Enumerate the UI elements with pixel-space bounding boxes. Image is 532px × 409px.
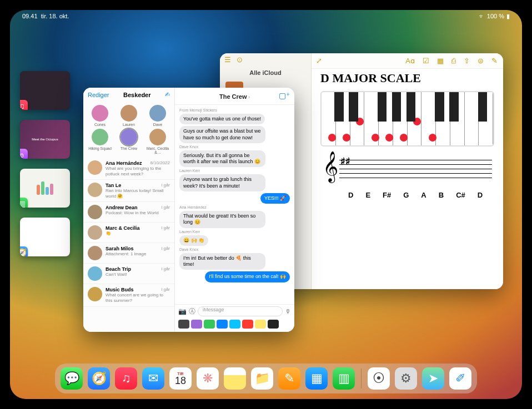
status-date: tir. 18. okt. <box>41 13 69 19</box>
dock-calendar[interactable]: TIR18 <box>169 367 192 390</box>
appchip-music[interactable] <box>242 320 253 329</box>
dock-safari[interactable]: 🧭 <box>88 367 110 390</box>
pinned-conversation[interactable]: Cones <box>87 105 113 127</box>
treble-clef-icon: 𝄞 <box>323 151 338 183</box>
edit-button[interactable]: Rediger <box>88 92 109 98</box>
conversation-row[interactable]: Andrew Deani gårPodcast: Wow in the Worl… <box>83 202 174 223</box>
appchip-fitness[interactable] <box>204 320 215 329</box>
thread-header[interactable]: The Crew › ▢⁺ <box>175 88 294 105</box>
stage-item-numbers[interactable]: ▥ <box>20 169 70 208</box>
message-sender: Ana Hernández <box>179 205 290 209</box>
conversation-row[interactable]: Music Budsi gårWhat concert are we going… <box>83 284 174 306</box>
notes-folder-title: Alle iCloud <box>220 66 311 79</box>
message-bubble[interactable]: I'll find us some time on the cal! 🙌 <box>205 271 290 282</box>
message-sender: Lauren Kerr <box>179 230 290 234</box>
chat-name: The Crew <box>219 93 247 100</box>
note-letter: A <box>421 191 426 199</box>
note-letter: G <box>403 191 409 199</box>
facetime-icon[interactable]: ▢⁺ <box>279 91 290 100</box>
conversation-row[interactable]: Tan Lei gårRan into Marcus today! Small … <box>83 180 174 202</box>
music-staff: 𝄞 ♯♯ <box>320 152 494 191</box>
text-style-button[interactable]: Aɑ <box>405 57 415 65</box>
pinned-conversation[interactable]: Marc, Cecilia &… <box>144 129 171 154</box>
appchip-store[interactable] <box>178 320 189 329</box>
note-letter: C# <box>456 191 465 199</box>
dock-photos[interactable]: ❋ <box>197 367 219 390</box>
dock-keynote[interactable]: ▦ <box>305 367 328 390</box>
note-title: D MAJOR SCALE <box>320 71 494 85</box>
dictate-icon[interactable]: 🎙 <box>285 308 291 315</box>
dock-messages[interactable]: 💬 <box>61 367 83 390</box>
note-letter: E <box>365 191 370 199</box>
message-bubble[interactable]: Anyone want to grab lunch this week? It'… <box>179 174 265 191</box>
message-bubble[interactable]: I'm in! But we better do 🍕 this time! <box>179 253 265 270</box>
messages-title: Beskeder <box>123 92 151 98</box>
message-input[interactable]: iMessage <box>198 306 283 316</box>
table-icon[interactable]: ▦ <box>437 57 444 65</box>
pinned-conversation[interactable]: Dave <box>144 105 171 127</box>
messages-window[interactable]: Rediger Beskeder ✍︎ ConesLaurenDaveHikin… <box>83 88 294 332</box>
compose-icon[interactable]: ✍︎ <box>165 91 170 98</box>
messages-thread-pane: The Crew › ▢⁺ From Memoji StickersYou've… <box>175 88 294 332</box>
pinned-conversation[interactable]: The Crew <box>116 129 142 154</box>
message-bubble[interactable]: That would be great! It's been so long 😊 <box>179 211 265 228</box>
appchip-photos[interactable] <box>191 320 202 329</box>
conversation-row[interactable]: Beach Tripi gårCan't Wait! <box>83 264 174 284</box>
note-letter-row: DEF#GABC#D <box>348 191 494 199</box>
pinned-conversation[interactable]: Hiking Squad <box>87 129 113 154</box>
dock-settings[interactable]: ⚙ <box>395 367 417 390</box>
conversation-row[interactable]: Marc & Ceciliai går👏 <box>83 223 174 243</box>
expand-icon[interactable]: ⤢ <box>316 57 322 65</box>
message-thread[interactable]: From Memoji StickersYou've gotta make us… <box>175 105 294 304</box>
note-letter: D <box>348 191 353 199</box>
notes-toolbar: ⤢ Aɑ ☑ ▦ ⎙ ⇧ ⊜ ✎ <box>312 53 503 69</box>
message-sender: Dave Knox <box>179 248 290 251</box>
message-sender: Dave Knox <box>179 145 290 149</box>
share-icon[interactable]: ⇧ <box>464 57 470 65</box>
sidebar-toggle-icon[interactable]: ☰ <box>224 55 231 64</box>
stage-item-podcasts[interactable]: Meet the Octopus ⌾ <box>20 120 70 159</box>
notes-more-icon[interactable]: ⊙ <box>237 55 243 64</box>
stage-item-music[interactable]: ♫ <box>20 71 70 110</box>
appchip-appstore[interactable] <box>217 320 228 329</box>
note-letter: B <box>439 191 444 199</box>
wifi-icon: ᯤ <box>479 13 485 19</box>
dock-mail[interactable]: ✉ <box>142 367 164 390</box>
message-bubble[interactable]: Guys our offsite was a blast but we have… <box>179 126 265 143</box>
conversation-row[interactable]: Sarah Milosi gårAttachment: 1 image <box>83 243 174 264</box>
dock: 💬🧭♫✉TIR18❋📁✎▦▥⦿⚙➤✐ <box>55 363 477 393</box>
dock-music[interactable]: ♫ <box>115 367 137 390</box>
note-letter: F# <box>383 191 391 199</box>
notes-canvas[interactable]: D MAJOR SCALE 𝄞 ♯♯ DEF#GABC#D <box>312 53 503 289</box>
markup-icon[interactable]: ✎ <box>491 57 498 65</box>
lock-icon[interactable]: ⊜ <box>478 57 484 65</box>
pinned-grid: ConesLaurenDaveHiking SquadThe CrewMarc,… <box>83 102 174 158</box>
dock-files[interactable]: 📁 <box>251 367 273 390</box>
from-line: From Memoji Stickers <box>179 108 290 112</box>
pinned-conversation[interactable]: Lauren <box>116 105 142 127</box>
podcasts-icon: ⌾ <box>20 149 28 159</box>
dock-pages[interactable]: ✎ <box>278 367 300 390</box>
appchip-more[interactable] <box>268 320 279 329</box>
battery-label: 100 % <box>487 13 504 19</box>
dock-notes[interactable] <box>224 367 246 390</box>
dock-freeform[interactable]: ✐ <box>449 367 471 390</box>
app-store-icon[interactable]: Ⓐ <box>189 307 195 316</box>
message-bubble[interactable]: Seriously. But it's all gonna be worth i… <box>179 150 265 168</box>
music-icon: ♫ <box>20 100 28 110</box>
appchip-memoji[interactable] <box>255 320 266 329</box>
checklist-icon[interactable]: ☑ <box>423 57 429 65</box>
message-bubble[interactable]: You've gotta make us one of those! <box>179 114 265 124</box>
camera-icon[interactable]: ⎙ <box>451 57 456 65</box>
message-bubble[interactable]: 😄 🙌 👏 <box>179 235 208 246</box>
battery-icon: ▮ <box>506 13 510 20</box>
appchip-shared[interactable] <box>229 320 240 329</box>
dock-maps[interactable]: ➤ <box>422 367 444 390</box>
conversation-row[interactable]: Ana Hernández8/10/2022What are you bring… <box>83 158 174 180</box>
dock-numbers[interactable]: ▥ <box>333 367 355 390</box>
status-time: 09.41 <box>22 13 38 19</box>
camera-button-icon[interactable]: 📷 <box>178 307 187 315</box>
stage-item-safari[interactable]: 🧭 <box>20 218 70 256</box>
dock-reminders[interactable]: ⦿ <box>368 367 390 390</box>
message-bubble[interactable]: YES!!! 🚀 <box>260 193 290 204</box>
